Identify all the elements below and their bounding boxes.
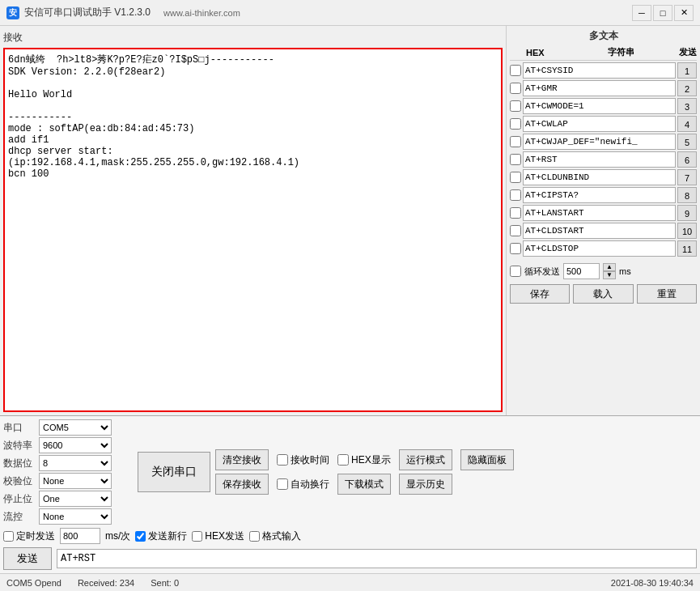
multi-row-input-3[interactable] xyxy=(523,98,676,114)
title-controls: ─ □ ✕ xyxy=(632,5,694,21)
flow-label: 流控 xyxy=(3,510,36,524)
multi-row-input-7[interactable] xyxy=(523,169,676,185)
data-select[interactable]: 8 xyxy=(39,455,112,471)
multi-row-send-6[interactable]: 6 xyxy=(677,151,697,168)
open-close-button[interactable]: 关闭串口 xyxy=(138,452,210,492)
status-sent: Sent: 0 xyxy=(151,578,179,588)
flow-select[interactable]: None xyxy=(39,508,112,525)
auto-wrap-option: 自动换行 xyxy=(277,478,329,491)
multi-text-label: 多文本 xyxy=(510,29,697,43)
auto-wrap-checkbox[interactable] xyxy=(277,478,288,490)
status-time: 2021-08-30 19:40:34 xyxy=(611,578,694,588)
stop-select[interactable]: One xyxy=(39,491,112,507)
multi-row-send-10[interactable]: 10 xyxy=(677,223,697,239)
multi-row-checkbox-8[interactable] xyxy=(510,189,521,201)
port-label: 串口 xyxy=(3,421,36,435)
timed-send-checkbox[interactable] xyxy=(3,531,14,542)
timed-send-input[interactable] xyxy=(60,528,100,544)
receive-label: 接收 xyxy=(3,29,503,46)
run-mode-button[interactable]: 运行模式 xyxy=(399,449,452,470)
newline-option: 发送新行 xyxy=(135,529,187,543)
multi-row-checkbox-11[interactable] xyxy=(510,243,521,254)
multi-row-input-1[interactable] xyxy=(523,62,676,79)
multi-row-send-1[interactable]: 1 xyxy=(677,62,697,79)
loop-send-checkbox[interactable] xyxy=(510,266,521,277)
title-left: 安 安信可串口调试助手 V1.2.3.0 www.ai-thinker.com xyxy=(6,6,240,19)
multi-row-input-9[interactable] xyxy=(523,205,676,221)
app-website: www.ai-thinker.com xyxy=(163,8,240,18)
multi-row-send-4[interactable]: 4 xyxy=(677,116,697,132)
download-mode-button[interactable]: 下载模式 xyxy=(337,474,391,495)
multi-row-checkbox-9[interactable] xyxy=(510,207,521,219)
multi-row-input-2[interactable] xyxy=(523,80,676,96)
check-row: 校验位 None xyxy=(3,473,133,489)
newline-checkbox[interactable] xyxy=(135,531,146,542)
multi-row-input-5[interactable] xyxy=(523,134,676,150)
serial-settings: 串口 COM5 波特率 9600 数据位 8 校验位 None xyxy=(3,419,133,525)
data-label: 数据位 xyxy=(3,457,36,470)
send-input[interactable] xyxy=(57,549,697,568)
close-button[interactable]: ✕ xyxy=(674,5,694,21)
multi-row-send-2[interactable]: 2 xyxy=(677,80,697,96)
title-bar: 安 安信可串口调试助手 V1.2.3.0 www.ai-thinker.com … xyxy=(0,0,700,26)
multi-row-send-3[interactable]: 3 xyxy=(677,98,697,114)
hide-panel-button[interactable]: 隐藏面板 xyxy=(460,449,514,470)
loop-ms-down[interactable]: ▼ xyxy=(603,271,616,279)
multi-row-checkbox-2[interactable] xyxy=(510,83,521,94)
loop-ms-input[interactable] xyxy=(563,263,600,279)
status-port: COM5 Opend xyxy=(6,578,62,588)
multi-row-checkbox-10[interactable] xyxy=(510,225,521,236)
multi-row: 3 xyxy=(510,98,697,114)
multi-row-checkbox-5[interactable] xyxy=(510,136,521,147)
receive-time-label: 接收时间 xyxy=(291,453,329,467)
multi-row-send-5[interactable]: 5 xyxy=(677,134,697,150)
multi-row-checkbox-1[interactable] xyxy=(510,65,521,76)
loop-send-label: 循环发送 xyxy=(524,266,560,278)
send-button[interactable]: 发送 xyxy=(3,547,52,570)
multi-row-input-8[interactable] xyxy=(523,187,676,203)
multi-row-input-10[interactable] xyxy=(523,223,676,239)
multi-row-send-9[interactable]: 9 xyxy=(677,205,697,221)
receive-textarea[interactable] xyxy=(5,49,501,410)
multi-row: 8 xyxy=(510,187,697,203)
loop-ms-up[interactable]: ▲ xyxy=(603,263,616,271)
hex-display-label: HEX显示 xyxy=(351,453,391,467)
multi-row-send-11[interactable]: 11 xyxy=(677,240,697,257)
format-input-label: 格式输入 xyxy=(262,529,301,543)
clear-receive-button[interactable]: 清空接收 xyxy=(215,449,269,470)
receive-time-checkbox[interactable] xyxy=(277,454,288,466)
check-select[interactable]: None xyxy=(39,473,112,489)
multi-row-input-11[interactable] xyxy=(523,240,676,257)
format-input-checkbox[interactable] xyxy=(249,531,260,542)
port-select[interactable]: COM5 xyxy=(39,419,112,436)
save-button[interactable]: 保存 xyxy=(510,284,570,304)
multi-row-checkbox-4[interactable] xyxy=(510,118,521,130)
reset-button[interactable]: 重置 xyxy=(637,284,697,304)
load-button[interactable]: 载入 xyxy=(573,284,633,304)
multi-row: 5 xyxy=(510,134,697,150)
multi-row-input-6[interactable] xyxy=(523,151,676,168)
options-area: 清空接收 接收时间 HEX显示 运行模式 隐藏面板 保存接收 自动换行 下 xyxy=(215,449,697,495)
save-receive-button[interactable]: 保存接收 xyxy=(215,474,269,495)
app-icon: 安 xyxy=(6,6,19,19)
loop-ms-spinner[interactable]: ▲ ▼ xyxy=(603,263,616,279)
timed-send-option: 定时发送 xyxy=(3,529,55,543)
maximize-button[interactable]: □ xyxy=(653,5,672,21)
show-history-button[interactable]: 显示历史 xyxy=(399,474,452,495)
multi-row-checkbox-3[interactable] xyxy=(510,100,521,112)
send-area: 定时发送 ms/次 发送新行 HEX发送 格式输入 xyxy=(3,528,697,544)
multi-row: 2 xyxy=(510,80,697,96)
multi-row-send-7[interactable]: 7 xyxy=(677,169,697,185)
multi-row-input-4[interactable] xyxy=(523,116,676,132)
multi-row-send-8[interactable]: 8 xyxy=(677,187,697,203)
hex-display-checkbox[interactable] xyxy=(337,454,349,466)
baud-select[interactable]: 9600 xyxy=(39,437,112,453)
middle-buttons: 关闭串口 xyxy=(138,452,210,492)
minimize-button[interactable]: ─ xyxy=(632,5,651,21)
multi-row-checkbox-6[interactable] xyxy=(510,154,521,165)
hex-send-checkbox[interactable] xyxy=(192,531,202,542)
left-panel: 接收 xyxy=(0,26,506,415)
check-label: 校验位 xyxy=(3,474,36,488)
multi-row-checkbox-7[interactable] xyxy=(510,172,521,183)
multi-row: 1 xyxy=(510,62,697,79)
